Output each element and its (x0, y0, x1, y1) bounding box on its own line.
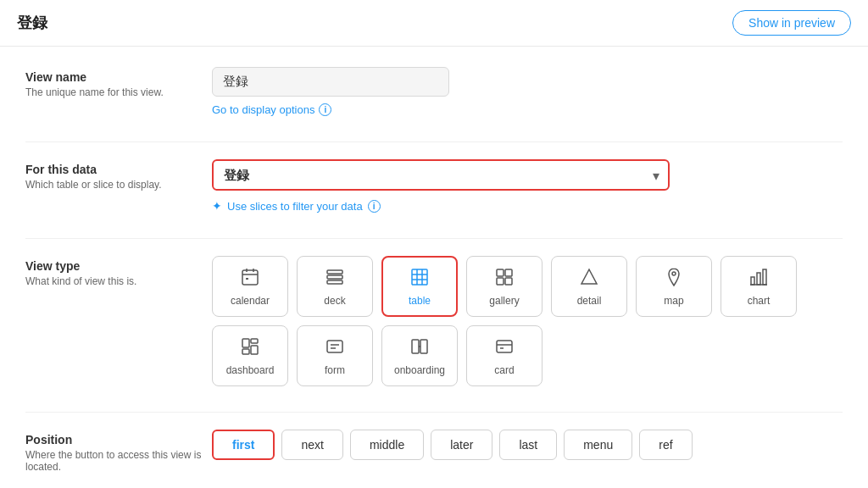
view-type-form-button[interactable]: form (297, 325, 373, 386)
for-this-data-label: For this data (25, 163, 212, 176)
position-description: Where the button to access this view is … (25, 449, 212, 473)
position-label: Position (25, 433, 212, 446)
view-type-label: View type (25, 259, 212, 273)
view-type-onboarding-button[interactable]: onboarding (381, 325, 458, 386)
position-content: first next middle later last menu ref (212, 430, 843, 460)
view-name-label: View name (25, 70, 212, 84)
view-name-section: View name The unique name for this view.… (25, 67, 843, 116)
page-title: 登録 (17, 13, 47, 33)
deck-icon (325, 267, 345, 291)
form-label: form (325, 364, 345, 376)
view-type-grid: calendar deck (212, 256, 843, 386)
svg-rect-13 (497, 269, 504, 276)
dashboard-icon (240, 336, 260, 360)
calendar-icon (240, 267, 260, 291)
view-type-gallery-button[interactable]: gallery (466, 256, 542, 317)
main-content: View name The unique name for this view.… (0, 47, 868, 488)
map-label: map (664, 295, 683, 307)
top-bar: 登録 Show in preview (0, 0, 868, 47)
view-type-deck-button[interactable]: deck (297, 256, 373, 317)
card-icon (494, 336, 515, 360)
svg-marker-17 (581, 269, 597, 284)
show-preview-button[interactable]: Show in preview (732, 10, 851, 36)
data-select[interactable]: 登録 (212, 159, 670, 191)
detail-icon (579, 267, 599, 291)
position-last-button[interactable]: last (499, 430, 557, 460)
use-slices-link[interactable]: ✦ Use slices to filter your data i (212, 199, 843, 213)
position-middle-button[interactable]: middle (350, 430, 424, 460)
for-this-data-content: 登録 ▾ ✦ Use slices to filter your data i (212, 159, 843, 213)
go-display-options-label: Go to display options (212, 103, 314, 116)
position-buttons: first next middle later last menu ref (212, 430, 843, 460)
svg-rect-6 (327, 275, 342, 279)
svg-rect-8 (412, 269, 427, 285)
position-ref-button[interactable]: ref (639, 430, 692, 460)
view-type-content: calendar deck (212, 256, 843, 386)
view-type-card-button[interactable]: card (466, 325, 542, 386)
svg-rect-14 (505, 269, 512, 276)
for-this-data-label-group: For this data Which table or slice to di… (25, 159, 212, 191)
for-this-data-description: Which table or slice to display. (25, 179, 212, 191)
view-name-content: Go to display options i (212, 67, 843, 116)
display-options-info-icon: i (319, 103, 331, 116)
view-name-description: The unique name for this view. (25, 86, 212, 98)
view-type-section: View type What kind of view this is. (25, 256, 843, 386)
divider-3 (25, 412, 843, 413)
view-type-calendar-button[interactable]: calendar (212, 256, 288, 317)
table-label: table (409, 295, 431, 307)
onboarding-label: onboarding (394, 364, 445, 376)
table-icon (409, 267, 430, 291)
view-name-input[interactable] (212, 67, 449, 97)
svg-rect-30 (412, 340, 419, 353)
chart-icon (748, 267, 769, 291)
slices-info-icon: i (368, 200, 381, 213)
form-icon (325, 336, 345, 360)
svg-rect-25 (251, 346, 258, 354)
onboarding-icon (409, 336, 430, 360)
position-next-button[interactable]: next (281, 430, 342, 460)
svg-rect-24 (251, 339, 258, 343)
view-type-row-1: calendar deck (212, 256, 843, 317)
view-type-table-button[interactable]: table (381, 256, 458, 317)
view-type-dashboard-button[interactable]: dashboard (212, 325, 288, 386)
chart-label: chart (748, 295, 771, 307)
gallery-icon (494, 267, 515, 291)
position-label-group: Position Where the button to access this… (25, 430, 212, 473)
svg-rect-19 (751, 277, 754, 285)
svg-rect-31 (420, 340, 427, 353)
svg-rect-5 (327, 270, 342, 274)
svg-rect-0 (242, 270, 258, 285)
svg-rect-26 (242, 349, 249, 354)
detail-label: detail (577, 295, 602, 307)
svg-rect-7 (327, 280, 342, 284)
view-type-detail-button[interactable]: detail (551, 256, 627, 317)
view-type-label-group: View type What kind of view this is. (25, 256, 212, 287)
slices-icon: ✦ (212, 199, 222, 213)
svg-point-18 (672, 272, 676, 275)
deck-label: deck (324, 295, 345, 307)
gallery-label: gallery (489, 295, 519, 307)
position-first-button[interactable]: first (212, 430, 275, 460)
svg-rect-21 (763, 269, 766, 285)
svg-rect-15 (497, 278, 504, 285)
svg-rect-33 (497, 341, 512, 352)
data-select-wrapper: 登録 ▾ (212, 159, 670, 191)
view-type-map-button[interactable]: map (636, 256, 712, 317)
divider-1 (25, 141, 843, 142)
map-icon (664, 267, 684, 291)
calendar-label: calendar (231, 295, 270, 307)
svg-rect-4 (246, 278, 248, 280)
use-slices-label: Use slices to filter your data (227, 200, 363, 213)
view-type-description: What kind of view this is. (25, 275, 212, 287)
for-this-data-section: For this data Which table or slice to di… (25, 159, 843, 213)
divider-2 (25, 238, 843, 239)
view-type-row-2: dashboard form (212, 325, 843, 386)
position-menu-button[interactable]: menu (564, 430, 632, 460)
view-type-chart-button[interactable]: chart (721, 256, 797, 317)
card-label: card (494, 364, 514, 376)
go-display-options-link[interactable]: Go to display options i (212, 103, 843, 116)
svg-rect-27 (327, 341, 342, 352)
svg-rect-20 (757, 273, 760, 285)
svg-rect-23 (242, 339, 249, 347)
position-later-button[interactable]: later (431, 430, 492, 460)
